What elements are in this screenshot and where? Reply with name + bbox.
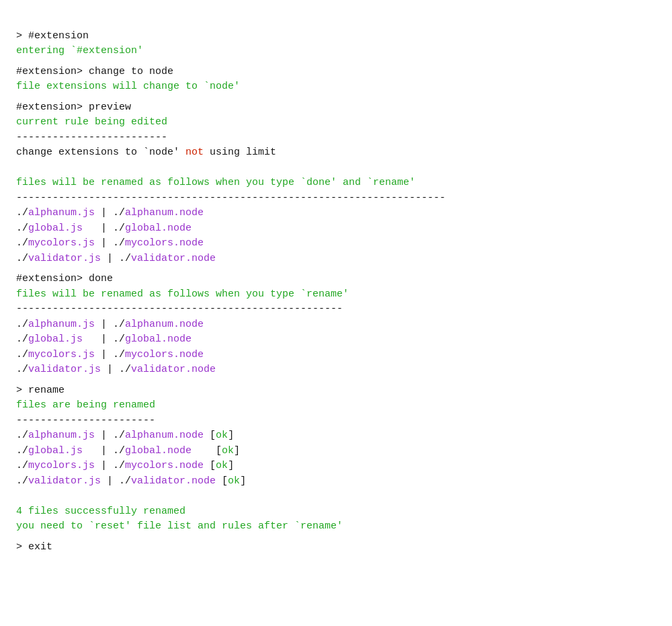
terminal-text-part: validator.node	[131, 253, 216, 264]
terminal-text-part: > #extension	[16, 30, 89, 42]
terminal-line-l20: ./global.js | ./global.node	[16, 332, 656, 348]
terminal-text-part: mycolors.node	[125, 349, 204, 360]
terminal-text-part: validator.node	[131, 475, 216, 487]
terminal-line-l24: files are being renamed	[16, 398, 656, 414]
terminal-text-part: | ./	[101, 364, 131, 375]
terminal-line-l33: > exit	[16, 540, 656, 555]
terminal-text-part: ok	[216, 430, 228, 441]
terminal-line-l1: > #extension	[16, 29, 656, 44]
terminal-text-part: > rename	[16, 385, 65, 396]
terminal-text-part: mycolors.js	[28, 460, 95, 471]
terminal-text-part: ]	[228, 430, 234, 441]
terminal-text-part: ./	[16, 319, 28, 330]
terminal-text-part: ./	[16, 475, 28, 487]
terminal-text-part: alphanum.js	[28, 430, 95, 441]
terminal-text-part: ./	[16, 430, 28, 441]
terminal-text-part: 4 files successfully renamed	[16, 506, 185, 517]
terminal-text-part: ./	[16, 207, 28, 219]
terminal-text-part: ./	[16, 334, 28, 345]
terminal-text-part: validator.js	[28, 475, 101, 487]
terminal-line-l18: ----------------------------------------…	[16, 302, 656, 317]
terminal-text-part: > exit	[16, 541, 52, 553]
terminal-line-l14: ./mycolors.js | ./mycolors.node	[16, 236, 656, 251]
terminal-text-part: ok	[222, 445, 234, 457]
terminal-line-l21: ./mycolors.js | ./mycolors.node	[16, 348, 656, 363]
terminal-text-part: global.js	[28, 445, 83, 457]
terminal-text-part: ----------------------------------------…	[16, 303, 343, 315]
terminal-text-part: ./	[16, 237, 28, 249]
terminal-text-part: ./	[16, 364, 28, 375]
terminal-text-part: | ./	[83, 445, 125, 457]
terminal-line-l8: change extensions to `node' not using li…	[16, 145, 656, 161]
terminal-output: > #extensionentering `#extension'#extens…	[16, 13, 656, 555]
terminal-text-part: [	[216, 475, 228, 487]
terminal-text-part: ./	[16, 223, 28, 234]
terminal-text-part: ./	[16, 253, 28, 264]
terminal-text-part: validator.js	[28, 253, 101, 264]
terminal-text-part: #extension> done	[16, 273, 113, 284]
terminal-line-l5: #extension> preview	[16, 100, 656, 116]
terminal-text-part: global.node	[125, 445, 192, 457]
terminal-block-1: > #extensionentering `#extension'	[16, 29, 656, 59]
terminal-text-part: not	[185, 147, 204, 158]
terminal-text-part: alphanum.js	[28, 207, 95, 219]
terminal-text-part: global.js	[28, 223, 83, 234]
terminal-text-part: global.node	[125, 334, 192, 345]
terminal-text-part: ./	[16, 460, 28, 471]
terminal-block-6: > exit	[16, 540, 656, 555]
terminal-text-part: change extensions to `node'	[16, 147, 185, 158]
terminal-text-part: alphanum.node	[125, 430, 204, 441]
terminal-text-part: alphanum.js	[28, 319, 95, 330]
terminal-line-l4: file extensions will change to `node'	[16, 79, 656, 95]
terminal-line-l32: you need to `reset' file list and rules …	[16, 519, 656, 535]
terminal-block-3: #extension> previewcurrent rule being ed…	[16, 100, 656, 267]
terminal-line-l2: entering `#extension'	[16, 44, 656, 59]
terminal-text-part: -----------------------	[16, 415, 155, 426]
terminal-block-2: #extension> change to nodefile extension…	[16, 65, 656, 95]
terminal-line-l25: -----------------------	[16, 414, 656, 429]
terminal-line-l16: #extension> done	[16, 272, 656, 287]
terminal-line-l22: ./validator.js | ./validator.node	[16, 362, 656, 378]
terminal-line-l15: ./validator.js | ./validator.node	[16, 251, 656, 267]
terminal-text-part: [	[204, 460, 216, 471]
terminal-text-part: current rule being edited	[16, 116, 167, 128]
terminal-line-l27: ./global.js | ./global.node [ok]	[16, 444, 656, 459]
terminal-text-part: validator.js	[28, 364, 101, 375]
terminal-text-part: alphanum.node	[125, 319, 204, 330]
terminal-block-4: #extension> donefiles will be renamed as…	[16, 272, 656, 378]
terminal-text-part: | ./	[95, 237, 125, 249]
terminal-line-l11: ----------------------------------------…	[16, 191, 656, 206]
terminal-text-part: | ./	[101, 253, 131, 264]
terminal-text-part: ok	[216, 460, 228, 471]
terminal-text-part: -------------------------	[16, 132, 167, 143]
terminal-text-part: ]	[234, 445, 240, 457]
terminal-line-l3: #extension> change to node	[16, 65, 656, 80]
terminal-line-l29: ./validator.js | ./validator.node [ok]	[16, 474, 656, 490]
terminal-text-part: files will be renamed as follows when yo…	[16, 177, 415, 188]
terminal-text-part: files are being renamed	[16, 399, 155, 411]
terminal-text-part: ]	[240, 475, 246, 487]
terminal-text-part: using limit	[204, 147, 276, 158]
terminal-text-part: | ./	[101, 475, 131, 487]
terminal-text-part: #extension> preview	[16, 102, 131, 113]
terminal-text-part: global.js	[28, 334, 83, 345]
terminal-line-l19: ./alphanum.js | ./alphanum.node	[16, 317, 656, 333]
terminal-text-part: file extensions will change to `node'	[16, 81, 240, 92]
terminal-text-part: | ./	[95, 207, 125, 219]
terminal-text-part: mycolors.js	[28, 237, 95, 249]
terminal-text-part: alphanum.node	[125, 207, 204, 219]
terminal-line-l10: files will be renamed as follows when yo…	[16, 175, 656, 191]
terminal-line-l30	[16, 489, 656, 504]
terminal-text-part: validator.node	[131, 364, 216, 375]
terminal-line-l6: current rule being edited	[16, 115, 656, 130]
terminal-text-part: ok	[228, 475, 240, 487]
terminal-text-part: | ./	[83, 223, 125, 234]
terminal-text-part: files will be renamed as follows when yo…	[16, 288, 349, 300]
terminal-text-part: | ./	[95, 349, 125, 360]
terminal-text-part: #extension> change to node	[16, 66, 173, 77]
terminal-text-part: ./	[16, 445, 28, 457]
terminal-text-part: | ./	[95, 430, 125, 441]
terminal-text-part: you need to `reset' file list and rules …	[16, 520, 343, 532]
terminal-line-l7: -------------------------	[16, 130, 656, 146]
terminal-text-part: ----------------------------------------…	[16, 192, 446, 204]
